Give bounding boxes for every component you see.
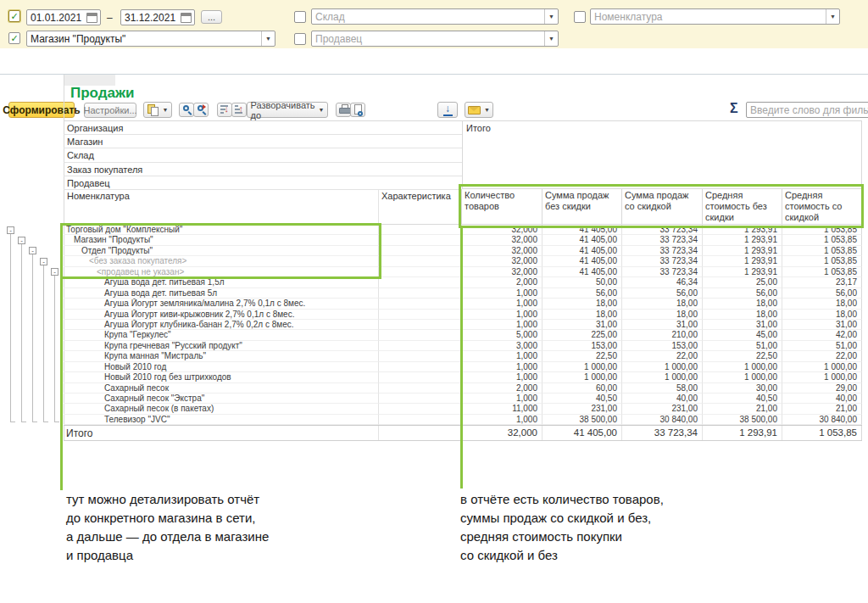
row-value-cell[interactable]: 33 723,34 (622, 246, 703, 256)
row-value-cell[interactable]: 1 000,00 (782, 362, 862, 372)
table-row[interactable]: Агуша Йогурт клубника-банан 2,7% 0,2л с … (64, 320, 862, 330)
row-characteristic-cell[interactable] (379, 341, 462, 351)
row-value-cell[interactable]: 51,00 (703, 341, 782, 351)
row-value-cell[interactable]: 50,00 (542, 277, 622, 288)
print-preview-button[interactable] (350, 103, 365, 117)
row-value-cell[interactable]: 18,00 (782, 299, 862, 309)
row-characteristic-cell[interactable] (379, 288, 462, 299)
table-row[interactable]: Сахарный песок2,00060,0058,0030,0029,00 (64, 383, 862, 394)
table-row[interactable]: Агуша вода дет. питьевая 5л1,00056,0056,… (64, 288, 862, 299)
row-value-cell[interactable]: 210,00 (622, 330, 703, 340)
row-value-cell[interactable]: 46,34 (622, 277, 703, 288)
row-value-cell[interactable]: 41 405,00 (542, 225, 622, 235)
row-value-cell[interactable]: 56,00 (782, 288, 862, 299)
row-value-cell[interactable]: 41 405,00 (542, 246, 622, 256)
row-value-cell[interactable]: 18,00 (622, 310, 703, 320)
row-characteristic-cell[interactable] (379, 277, 462, 288)
row-characteristic-cell[interactable] (379, 310, 462, 320)
row-label-cell[interactable]: Агуша вода дет. питьевая 5л (64, 288, 379, 299)
row-value-cell[interactable]: 153,00 (622, 341, 703, 351)
row-value-cell[interactable]: 21,00 (703, 404, 782, 414)
row-value-cell[interactable]: 1 053,85 (782, 256, 862, 266)
row-characteristic-cell[interactable] (379, 330, 462, 340)
row-value-cell[interactable]: 18,00 (542, 310, 622, 320)
row-label-cell[interactable]: Агуша вода дет. питьевая 1,5л (64, 277, 379, 288)
row-value-cell[interactable]: 22,50 (542, 351, 622, 361)
row-value-cell[interactable]: 1,000 (462, 310, 542, 320)
sort-descending-button[interactable]: ↓ (217, 103, 232, 117)
nomenclature-combo[interactable]: ▼ (590, 8, 840, 25)
total-value-cell[interactable]: 1 293,91 (703, 426, 782, 440)
magazin-checkbox[interactable]: ✓ (8, 32, 20, 44)
row-value-cell[interactable]: 31,00 (542, 320, 622, 330)
table-row[interactable]: Крупа "Геркулес"5,000225,00210,0045,0042… (64, 330, 862, 340)
row-value-cell[interactable]: 1,000 (462, 394, 542, 404)
quick-filter-field[interactable] (746, 102, 868, 118)
row-characteristic-cell[interactable] (379, 415, 462, 425)
row-label-cell[interactable]: Отдел "Продукты" (64, 246, 379, 256)
value-column-header[interactable]: Сумма продаж без скидки (542, 189, 622, 225)
table-row[interactable]: Агуша Йогурт киви-крыжовник 2,7% 0,1л с … (64, 310, 862, 320)
row-value-cell[interactable]: 32,000 (462, 267, 542, 277)
row-value-cell[interactable]: 33 723,34 (622, 256, 703, 266)
row-characteristic-cell[interactable] (379, 235, 462, 245)
table-row[interactable]: <продавец не указан>32,00041 405,0033 72… (64, 267, 862, 277)
period-from-field[interactable] (26, 9, 101, 25)
row-value-cell[interactable]: 45,00 (703, 330, 782, 340)
period-more-button[interactable]: ... (201, 10, 222, 24)
table-row[interactable]: Новый 2010 год1,0001 000,001 000,001 000… (64, 362, 862, 372)
search-next-button[interactable] (193, 103, 209, 117)
row-value-cell[interactable]: 41 405,00 (542, 256, 622, 266)
print-button[interactable] (336, 103, 351, 117)
row-label-cell[interactable]: Агуша Йогурт земляника/малина 2,7% 0,1л … (64, 299, 379, 309)
magazin-input[interactable] (27, 33, 261, 45)
row-value-cell[interactable]: 42,00 (782, 330, 862, 340)
sklad-combo[interactable]: ▼ (311, 8, 559, 25)
settings-button[interactable]: Настройки... (84, 103, 136, 118)
table-row[interactable]: <без заказа покупателя>32,00041 405,0033… (64, 256, 862, 266)
sum-sigma-icon[interactable]: Σ (730, 101, 738, 116)
row-value-cell[interactable]: 1 293,91 (703, 267, 782, 277)
nomenclature-input[interactable] (591, 11, 826, 23)
row-value-cell[interactable]: 30 840,00 (782, 415, 862, 425)
row-value-cell[interactable]: 18,00 (622, 299, 703, 309)
row-value-cell[interactable]: 40,00 (622, 394, 703, 404)
row-value-cell[interactable]: 1 000,00 (542, 372, 622, 382)
chevron-down-icon[interactable]: ▼ (544, 9, 558, 24)
row-value-cell[interactable]: 31,00 (782, 320, 862, 330)
table-row[interactable]: Торговый дом "Комплексный"32,00041 405,0… (64, 225, 862, 235)
row-value-cell[interactable]: 32,000 (462, 225, 542, 235)
row-label-cell[interactable]: Телевизор "JVC" (64, 415, 379, 425)
table-row[interactable]: Крупа манная "Мистраль"1,00022,5022,0022… (64, 351, 862, 361)
row-value-cell[interactable]: 1,000 (462, 362, 542, 372)
row-value-cell[interactable]: 1 293,91 (703, 235, 782, 245)
row-value-cell[interactable]: 2,000 (462, 383, 542, 394)
row-label-cell[interactable]: Сахарный песок "Экстра" (64, 394, 379, 404)
table-row[interactable]: Сахарный песок "Экстра"1,00040,5040,0040… (64, 394, 862, 404)
row-characteristic-cell[interactable] (379, 320, 462, 330)
table-row[interactable]: Новый 2010 год без штрихкодов1,0001 000,… (64, 372, 862, 382)
row-value-cell[interactable]: 41 405,00 (542, 235, 622, 245)
row-value-cell[interactable]: 22,50 (703, 351, 782, 361)
row-value-cell[interactable]: 1 000,00 (542, 362, 622, 372)
row-value-cell[interactable]: 56,00 (622, 288, 703, 299)
row-value-cell[interactable]: 1,000 (462, 372, 542, 382)
prodavec-combo[interactable]: ▼ (311, 31, 559, 47)
row-label-cell[interactable]: Торговый дом "Комплексный" (64, 225, 379, 235)
row-characteristic-cell[interactable] (379, 351, 462, 361)
copy-result-button[interactable]: ▼ (143, 102, 172, 118)
row-value-cell[interactable]: 1,000 (462, 351, 542, 361)
row-characteristic-cell[interactable] (379, 404, 462, 414)
row-label-cell[interactable]: Крупа "Геркулес" (64, 330, 379, 340)
row-label-cell[interactable]: <продавец не указан> (64, 267, 379, 277)
row-value-cell[interactable]: 33 723,34 (622, 225, 703, 235)
sklad-checkbox[interactable] (294, 11, 306, 23)
prodavec-checkbox[interactable] (294, 33, 306, 45)
row-value-cell[interactable]: 40,50 (703, 394, 782, 404)
table-row[interactable]: Отдел "Продукты"32,00041 405,0033 723,34… (64, 246, 862, 256)
chevron-down-icon[interactable]: ▼ (261, 31, 275, 46)
row-value-cell[interactable]: 225,00 (542, 330, 622, 340)
row-value-cell[interactable]: 30 840,00 (622, 415, 703, 425)
row-value-cell[interactable]: 22,00 (622, 351, 703, 361)
row-value-cell[interactable]: 1 000,00 (703, 362, 782, 372)
